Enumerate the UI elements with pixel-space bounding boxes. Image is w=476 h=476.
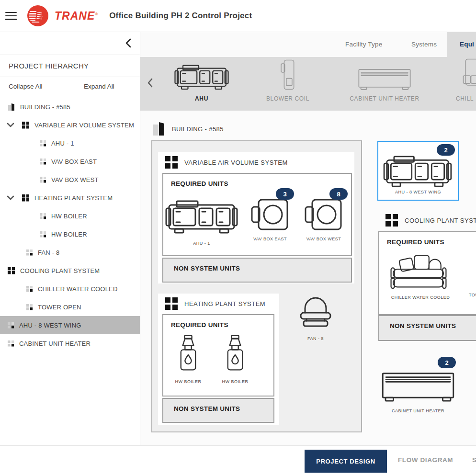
vav-required-units-box: REQUIRED UNITS AHU - 1 xyxy=(162,173,352,256)
vav-system-block: VARIABLE AIR VOLUME SYSTEM REQUIRED UNIT… xyxy=(158,152,354,283)
unit-chiller-water-cooled[interactable]: CHILLER WATER COOLED xyxy=(390,254,451,301)
tree-item-fan-8[interactable]: FAN - 8 xyxy=(0,243,140,261)
system-grid-icon xyxy=(22,122,29,129)
carousel-item-cabinet-unit-heater[interactable]: CABINET UNIT HEATER xyxy=(344,68,425,102)
collapse-sidebar-icon[interactable] xyxy=(125,38,132,48)
app-window: TRANE® Office Building PH 2 Control Proj… xyxy=(0,0,476,476)
project-design-tab[interactable]: PROJECT DESIGN xyxy=(305,450,387,473)
sidebar-collapse-row xyxy=(0,32,140,55)
ahu-icon xyxy=(165,200,238,235)
unit-label: VAV BOX WEST xyxy=(306,236,341,243)
building-icon xyxy=(8,103,15,111)
vav-box-icon xyxy=(251,199,289,230)
unit-ahu-8-west-wing-card[interactable]: 2 AHU - 8 WEST WING xyxy=(377,141,459,201)
unit-vav-box-east[interactable]: 3 VAV BOX EAST xyxy=(251,199,289,243)
tab-facility-type[interactable]: Facility Type xyxy=(345,32,382,57)
tree-item-vav-box-west[interactable]: VAV BOX WEST xyxy=(0,170,140,189)
system-title: VARIABLE AIR VOLUME SYSTEM xyxy=(184,159,288,166)
blower-coil-icon xyxy=(280,59,296,91)
expand-all-button[interactable]: Expand All xyxy=(84,83,114,90)
unit-grid-icon xyxy=(40,140,46,147)
carousel-item-label: CHILL xyxy=(456,95,474,102)
heating-non-system-units[interactable]: NON SYSTEM UNITS xyxy=(162,398,274,423)
unit-label: AHU - 1 xyxy=(193,240,210,247)
page-title: Office Building PH 2 Control Project xyxy=(109,11,252,21)
carousel-item-chiller[interactable]: CHILL xyxy=(456,58,476,102)
unit-grid-icon xyxy=(8,322,14,329)
hw-boiler-icon xyxy=(175,335,202,373)
tree-item-ahu-1[interactable]: AHU - 1 xyxy=(0,134,140,152)
required-units-label: REQUIRED UNITS xyxy=(171,321,228,329)
sidebar-title: PROJECT HIERARCHY xyxy=(0,55,140,77)
trane-wordmark: TRANE® xyxy=(55,10,98,23)
carousel-item-blower-coil[interactable]: BLOWER COIL xyxy=(257,59,319,102)
unit-label: CABINET UNIT HEATER xyxy=(392,408,444,415)
chevron-down-icon[interactable] xyxy=(7,195,14,200)
unit-grid-icon xyxy=(40,231,46,238)
bottom-tab-partial[interactable]: S xyxy=(472,456,476,464)
fan-icon xyxy=(297,296,334,327)
unit-grid-icon xyxy=(26,249,33,256)
vav-system-header[interactable]: VARIABLE AIR VOLUME SYSTEM xyxy=(158,152,354,172)
carousel-item-ahu[interactable]: AHU xyxy=(168,65,235,102)
system-title: COOLING PLANT SYSTEM xyxy=(405,217,476,224)
vav-box-icon xyxy=(305,199,343,230)
unit-ahu-1[interactable]: AHU - 1 xyxy=(165,200,238,247)
unit-label: HW BOILER xyxy=(175,379,201,385)
tab-systems[interactable]: Systems xyxy=(411,32,437,57)
carousel-prev-icon[interactable] xyxy=(147,78,153,88)
system-grid-icon xyxy=(8,267,15,274)
unit-fan-8[interactable]: FAN - 8 xyxy=(296,296,335,342)
unit-grid-icon xyxy=(40,177,46,183)
unit-vav-box-west[interactable]: 8 VAV BOX WEST xyxy=(305,199,343,243)
building-container: VARIABLE AIR VOLUME SYSTEM REQUIRED UNIT… xyxy=(151,140,362,432)
chiller-icon xyxy=(462,58,476,91)
non-system-units-label: NON SYSTEM UNITS xyxy=(390,322,456,329)
carousel-item-label: AHU xyxy=(195,95,208,102)
system-grid-icon xyxy=(165,156,178,169)
carousel-item-label: BLOWER COIL xyxy=(266,95,309,102)
chevron-down-icon[interactable] xyxy=(7,123,14,127)
tree-item-ahu-8-west-wing[interactable]: AHU - 8 WEST WING xyxy=(0,316,140,334)
unit-hw-boiler-2[interactable]: HW BOILER xyxy=(220,335,250,385)
menu-icon[interactable] xyxy=(5,12,17,20)
cabinet-unit-heater-icon xyxy=(381,371,455,402)
tree-item-cooling-system[interactable]: COOLING PLANT SYSTEM xyxy=(0,261,140,280)
system-grid-icon xyxy=(22,194,29,202)
cooling-required-units-box: REQUIRED UNITS CHILLER WATER COOLED TOWE… xyxy=(378,231,476,315)
cooling-non-system-units[interactable]: NON SYSTEM UNITS xyxy=(378,315,476,341)
tree-item-tower-open[interactable]: TOWER OPEN xyxy=(0,298,140,316)
unit-grid-icon xyxy=(40,213,46,219)
unit-grid-icon xyxy=(40,159,46,165)
tree-item-vav-box-east[interactable]: VAV BOX EAST xyxy=(0,152,140,170)
tree-item-hw-boiler-1[interactable]: HW BOILER xyxy=(0,207,140,225)
flow-diagram-tab[interactable]: FLOW DIAGRAM xyxy=(398,456,453,464)
tree-item-chiller[interactable]: CHILLER WATER COOLED xyxy=(0,280,140,298)
tab-equipment[interactable]: Equi xyxy=(447,32,476,57)
unit-label: HW BOILER xyxy=(222,379,248,385)
unit-grid-icon xyxy=(8,340,14,347)
tree-item-hw-boiler-2[interactable]: HW BOILER xyxy=(0,225,140,243)
unit-label: FAN - 8 xyxy=(307,336,324,342)
heating-system-header[interactable]: HEATING PLANT SYSTEM xyxy=(158,294,279,314)
tree-item-cabinet-unit-heater[interactable]: CABINET UNIT HEATER xyxy=(0,334,140,352)
system-grid-icon xyxy=(385,214,398,227)
required-units-label: REQUIRED UNITS xyxy=(171,180,228,187)
system-grid-icon xyxy=(165,297,178,310)
tree-item-vav-system[interactable]: VARIABLE AIR VOLUME SYSTEM xyxy=(0,116,140,134)
cooling-system-header[interactable]: COOLING PLANT SYSTEM xyxy=(378,210,476,230)
system-title: HEATING PLANT SYSTEM xyxy=(184,300,265,307)
tree-item-building[interactable]: BUILDING - #585 xyxy=(0,98,140,116)
unit-grid-icon xyxy=(26,286,33,292)
unit-label: CHILLER WATER COOLED xyxy=(391,295,450,301)
project-design-canvas: BUILDING - #585 VARIABLE AIR VOLUME SYST… xyxy=(140,111,476,445)
unit-count-badge: 2 xyxy=(437,144,455,156)
top-tab-bar: Facility Type Systems Equi xyxy=(140,32,476,57)
unit-label-tower-open[interactable]: TOWER OPEN xyxy=(469,293,476,297)
unit-hw-boiler-1[interactable]: HW BOILER xyxy=(173,335,203,385)
vav-non-system-units[interactable]: NON SYSTEM UNITS xyxy=(162,258,352,283)
tree-item-heating-system[interactable]: HEATING PLANT SYSTEM xyxy=(0,189,140,207)
unit-cabinet-unit-heater[interactable]: 2 CABINET UNIT HEATER xyxy=(381,371,455,415)
collapse-all-button[interactable]: Collapse All xyxy=(9,83,43,90)
heating-system-block: HEATING PLANT SYSTEM REQUIRED UNITS HW B… xyxy=(158,294,279,425)
